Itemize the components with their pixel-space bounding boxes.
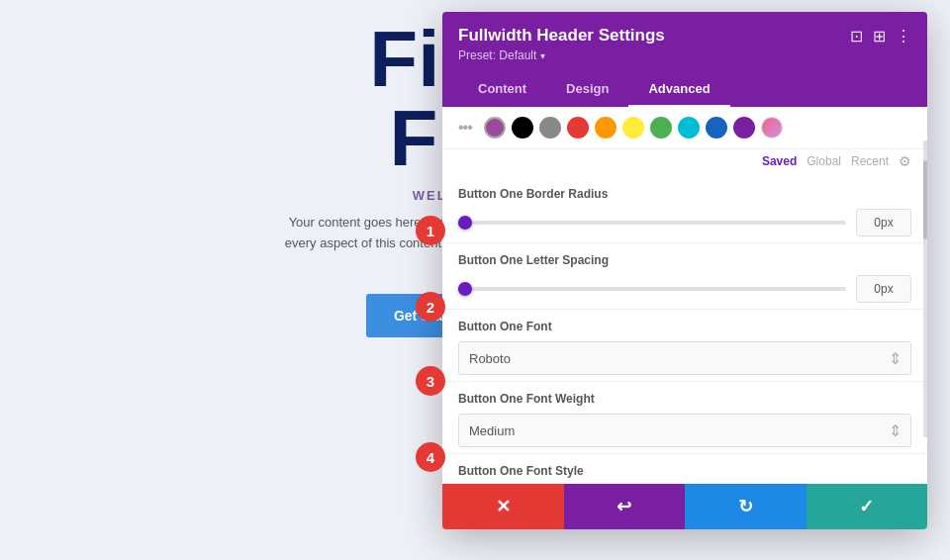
font-select-wrapper: Roboto Arial Open Sans Lato ⇕ — [458, 341, 911, 375]
step-circle-1: 1 — [416, 216, 445, 245]
redo-button[interactable]: ↻ — [685, 484, 807, 529]
font-style-label-partial: Button One Font Style — [442, 454, 927, 484]
cancel-button[interactable]: ✕ — [442, 484, 564, 529]
scroll-track — [923, 140, 927, 437]
grid-icon[interactable]: ⊞ — [873, 27, 886, 46]
font-weight-select[interactable]: Light Regular Medium Bold — [458, 414, 911, 447]
color-swatch-blue[interactable] — [706, 117, 727, 139]
color-swatch-yellow[interactable] — [622, 117, 644, 139]
more-options-icon[interactable]: ⋮ — [896, 27, 911, 46]
letter-spacing-section: Button One Letter Spacing 0px — [442, 243, 927, 310]
confirm-button[interactable]: ✓ — [807, 484, 928, 529]
minimize-icon[interactable]: ⊡ — [850, 27, 863, 46]
letter-spacing-slider-thumb[interactable] — [458, 282, 472, 296]
color-swatch-cyan[interactable] — [678, 117, 700, 139]
color-swatch-black[interactable] — [512, 117, 533, 139]
dots-icon[interactable]: ••• — [458, 119, 472, 137]
scroll-thumb[interactable] — [923, 160, 927, 239]
color-swatch-purple[interactable] — [733, 117, 755, 139]
letter-spacing-slider-track[interactable] — [458, 287, 846, 291]
font-weight-label: Button One Font Weight — [458, 392, 911, 406]
panel-header-icons: ⊡ ⊞ ⋮ — [850, 27, 911, 46]
panel-tabs: Content Design Advanced — [458, 72, 911, 107]
color-swatch-gray[interactable] — [539, 117, 561, 139]
panel-title: Fullwidth Header Settings — [458, 26, 665, 46]
color-swatch-pencil[interactable] — [484, 117, 506, 139]
border-radius-label: Button One Border Radius — [458, 187, 911, 201]
color-swatches-row: ••• — [442, 107, 927, 149]
filter-recent[interactable]: Recent — [851, 154, 889, 168]
letter-spacing-input[interactable]: 0px — [856, 275, 911, 303]
panel-preset[interactable]: Preset: Default ▾ — [458, 48, 911, 62]
font-select[interactable]: Roboto Arial Open Sans Lato — [458, 341, 911, 375]
settings-panel: Fullwidth Header Settings ⊡ ⊞ ⋮ Preset: … — [442, 12, 927, 529]
panel-body: ••• Saved Global Recent ⚙ Button One Bor… — [442, 107, 927, 484]
tab-design[interactable]: Design — [546, 72, 628, 107]
filter-row: Saved Global Recent ⚙ — [442, 149, 927, 177]
color-swatch-red[interactable] — [567, 117, 589, 139]
border-radius-section: Button One Border Radius 0px — [442, 177, 927, 243]
border-radius-slider-row: 0px — [458, 209, 911, 236]
step-circle-4: 4 — [416, 442, 445, 472]
filter-gear-icon[interactable]: ⚙ — [899, 153, 911, 169]
font-section: Button One Font Roboto Arial Open Sans L… — [442, 310, 927, 382]
panel-header: Fullwidth Header Settings ⊡ ⊞ ⋮ Preset: … — [442, 12, 927, 107]
font-weight-section: Button One Font Weight Light Regular Med… — [442, 382, 927, 454]
letter-spacing-label: Button One Letter Spacing — [458, 253, 911, 267]
color-swatch-orange[interactable] — [595, 117, 617, 139]
tab-content[interactable]: Content — [458, 72, 546, 107]
filter-saved[interactable]: Saved — [762, 154, 797, 168]
border-radius-slider-thumb[interactable] — [458, 216, 472, 230]
step-circle-2: 2 — [416, 292, 445, 322]
letter-spacing-slider-row: 0px — [458, 275, 911, 303]
border-radius-slider-track[interactable] — [458, 221, 846, 225]
preset-arrow-icon: ▾ — [540, 50, 545, 61]
color-swatch-green[interactable] — [650, 117, 672, 139]
font-label: Button One Font — [458, 320, 911, 333]
undo-button[interactable]: ↩ — [564, 484, 686, 529]
step-circle-3: 3 — [416, 366, 445, 396]
panel-footer: ✕ ↩ ↻ ✓ — [442, 484, 927, 529]
color-swatch-gradient[interactable] — [761, 117, 783, 139]
font-weight-select-wrapper: Light Regular Medium Bold ⇕ — [458, 414, 911, 447]
filter-global[interactable]: Global — [807, 154, 841, 168]
tab-advanced[interactable]: Advanced — [628, 72, 729, 107]
border-radius-input[interactable]: 0px — [856, 209, 911, 236]
